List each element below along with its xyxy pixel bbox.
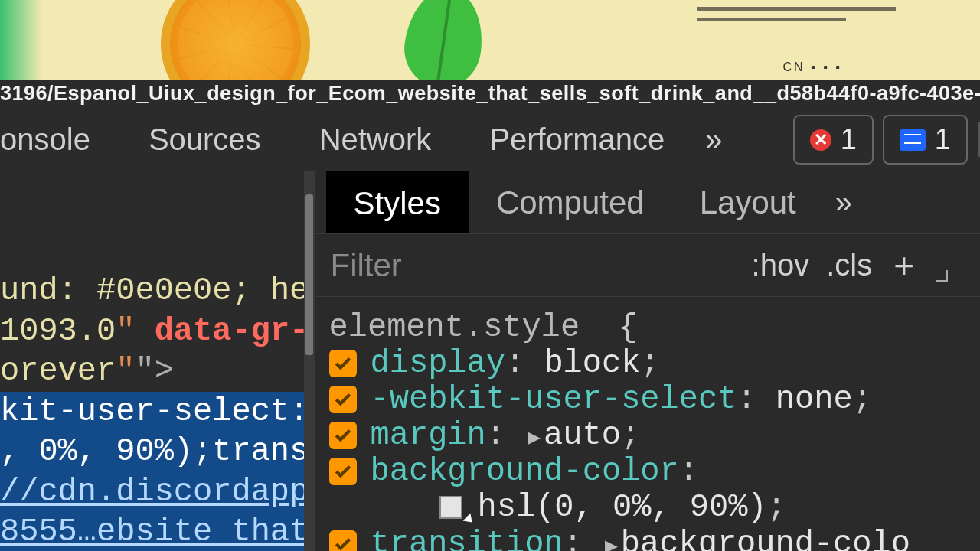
message-icon	[900, 129, 926, 151]
selected-element-row[interactable]: kit-user-select: none;margi , 0%, 90%);t…	[0, 392, 315, 552]
rule-selector[interactable]: element.style	[329, 309, 580, 346]
error-count: 1	[841, 123, 857, 156]
elements-scrollbar[interactable]	[304, 171, 315, 551]
decl-background-color-value[interactable]: hsl(0, 0%, 90%);	[329, 491, 980, 524]
cursor-icon	[462, 514, 475, 527]
resize-corner-icon	[936, 270, 948, 282]
styles-filter-row: :hov .cls +	[315, 234, 980, 297]
decl-toggle-checkbox[interactable]	[329, 350, 357, 377]
decl-webkit-user-select[interactable]: -webkit-user-select: none;	[329, 383, 980, 416]
cls-toggle[interactable]: .cls	[826, 248, 872, 282]
file-path-bar: 3196/Espanol_Uiux_design_for_Ecom_websit…	[0, 80, 980, 109]
tab-performance[interactable]: Performance	[460, 109, 694, 171]
shorthand-expand-icon[interactable]: ▶	[528, 426, 541, 450]
tabs-overflow-icon[interactable]: »	[694, 109, 733, 171]
tab-console[interactable]: onsole	[0, 109, 119, 171]
message-count-badge[interactable]: 1	[883, 115, 968, 165]
decl-background-color[interactable]: background-color:	[329, 455, 980, 488]
elements-panel[interactable]: und: #0e0e0e; height: 100%" 1093.0" data…	[0, 171, 315, 551]
tab-network[interactable]: Network	[290, 109, 461, 171]
decl-margin[interactable]: margin: ▶auto;	[329, 419, 980, 452]
color-swatch[interactable]	[439, 496, 462, 519]
page-text-placeholder	[697, 0, 896, 28]
decl-toggle-checkbox[interactable]	[329, 530, 357, 551]
hov-toggle[interactable]: :hov	[752, 248, 810, 282]
devtools-tabstrip: onsole Sources Network Performance » ✕ 1…	[0, 109, 980, 171]
subtabs-overflow-icon[interactable]: »	[824, 171, 864, 233]
styles-subtabs: Styles Computed Layout »	[315, 171, 980, 234]
error-icon: ✕	[810, 129, 831, 151]
rendered-page-preview: CN ▪ ▪ ▪	[0, 0, 980, 80]
tab-sources[interactable]: Sources	[119, 109, 290, 171]
styles-panel: Styles Computed Layout » :hov .cls + ele…	[315, 171, 980, 551]
subtab-computed[interactable]: Computed	[469, 171, 672, 233]
page-small-text: CN ▪ ▪ ▪	[783, 60, 842, 74]
message-count: 1	[935, 123, 951, 156]
styles-filter-input[interactable]	[331, 247, 735, 284]
decl-display[interactable]: display: block;	[329, 347, 980, 380]
new-style-rule-button[interactable]: +	[893, 245, 914, 286]
error-count-badge[interactable]: ✕ 1	[793, 115, 874, 165]
leaf-graphic	[399, 0, 488, 80]
decl-toggle-checkbox[interactable]	[329, 458, 357, 485]
css-rules-list[interactable]: element.style { display: block; -webkit-…	[315, 297, 980, 551]
decl-transition[interactable]: transition: ▶background-colo	[329, 527, 980, 551]
subtab-styles[interactable]: Styles	[326, 171, 469, 233]
decl-toggle-checkbox[interactable]	[329, 422, 357, 449]
decl-toggle-checkbox[interactable]	[329, 386, 357, 413]
orange-slice-graphic	[161, 0, 310, 80]
subtab-layout[interactable]: Layout	[672, 171, 824, 233]
shorthand-expand-icon[interactable]: ▶	[605, 535, 618, 551]
